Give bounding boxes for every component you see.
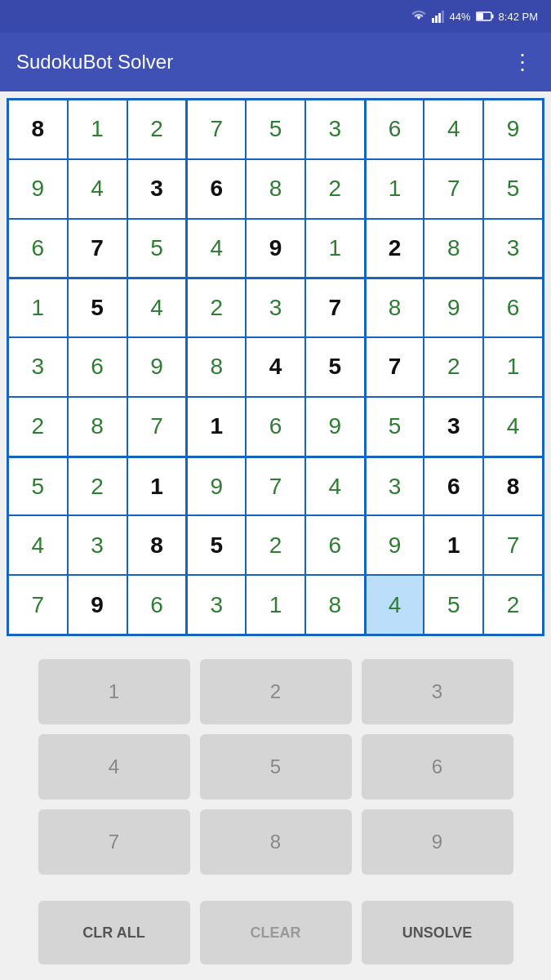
cell-7-1[interactable]: 3 bbox=[68, 515, 127, 575]
cell-0-0[interactable]: 8 bbox=[8, 100, 68, 159]
num-button-3[interactable]: 3 bbox=[362, 659, 513, 724]
num-button-1[interactable]: 1 bbox=[38, 659, 190, 724]
cell-0-8[interactable]: 9 bbox=[483, 100, 543, 159]
cell-7-8[interactable]: 7 bbox=[483, 515, 543, 575]
cell-2-4[interactable]: 9 bbox=[246, 219, 305, 278]
cell-5-1[interactable]: 8 bbox=[68, 397, 127, 457]
cell-8-4[interactable]: 1 bbox=[246, 575, 305, 635]
cell-7-2[interactable]: 8 bbox=[127, 515, 187, 575]
status-icons: 44% 8:42 PM bbox=[411, 10, 538, 23]
cell-1-7[interactable]: 7 bbox=[424, 159, 483, 219]
cell-8-8[interactable]: 2 bbox=[483, 575, 543, 635]
cell-3-8[interactable]: 6 bbox=[483, 278, 543, 337]
cell-6-7[interactable]: 6 bbox=[424, 457, 483, 516]
num-button-4[interactable]: 4 bbox=[38, 734, 190, 800]
cell-7-7[interactable]: 1 bbox=[424, 515, 483, 575]
cell-2-5[interactable]: 1 bbox=[305, 219, 365, 278]
cell-4-1[interactable]: 6 bbox=[68, 337, 127, 397]
unsolve-button[interactable]: UNSOLVE bbox=[362, 901, 513, 964]
cell-1-1[interactable]: 4 bbox=[68, 159, 127, 219]
signal-icon bbox=[432, 10, 445, 23]
overflow-menu-button[interactable]: ⋮ bbox=[512, 50, 535, 75]
cell-1-6[interactable]: 1 bbox=[365, 159, 424, 219]
cell-3-6[interactable]: 8 bbox=[365, 278, 424, 337]
cell-6-6[interactable]: 3 bbox=[365, 457, 424, 516]
cell-8-6[interactable]: 4 bbox=[365, 575, 424, 635]
cell-7-3[interactable]: 5 bbox=[186, 515, 246, 575]
cell-2-1[interactable]: 7 bbox=[68, 219, 127, 278]
cell-6-0[interactable]: 5 bbox=[8, 457, 68, 516]
cell-8-7[interactable]: 5 bbox=[424, 575, 483, 635]
cell-4-7[interactable]: 2 bbox=[424, 337, 483, 397]
cell-5-3[interactable]: 1 bbox=[186, 397, 246, 457]
cell-0-6[interactable]: 6 bbox=[365, 100, 424, 159]
cell-7-4[interactable]: 2 bbox=[246, 515, 305, 575]
cell-4-3[interactable]: 8 bbox=[186, 337, 246, 397]
status-bar: 44% 8:42 PM bbox=[0, 0, 551, 33]
num-button-8[interactable]: 8 bbox=[200, 809, 352, 875]
cell-8-2[interactable]: 6 bbox=[127, 575, 187, 635]
clear-button[interactable]: CLEAR bbox=[200, 901, 352, 964]
cell-6-5[interactable]: 4 bbox=[305, 457, 365, 516]
cell-2-8[interactable]: 3 bbox=[483, 219, 543, 278]
cell-8-5[interactable]: 8 bbox=[305, 575, 365, 635]
cell-0-4[interactable]: 5 bbox=[246, 100, 305, 159]
cell-8-0[interactable]: 7 bbox=[8, 575, 68, 635]
numpad-row-1: 1 2 3 bbox=[13, 659, 538, 724]
cell-0-7[interactable]: 4 bbox=[424, 100, 483, 159]
cell-3-4[interactable]: 3 bbox=[246, 278, 305, 337]
cell-6-8[interactable]: 8 bbox=[483, 457, 543, 516]
cell-0-2[interactable]: 2 bbox=[127, 100, 187, 159]
clr-all-button[interactable]: CLR ALL bbox=[38, 901, 190, 964]
cell-1-5[interactable]: 2 bbox=[305, 159, 365, 219]
cell-2-0[interactable]: 6 bbox=[8, 219, 68, 278]
cell-5-2[interactable]: 7 bbox=[127, 397, 187, 457]
cell-6-4[interactable]: 7 bbox=[246, 457, 305, 516]
cell-4-2[interactable]: 9 bbox=[127, 337, 187, 397]
cell-8-1[interactable]: 9 bbox=[68, 575, 127, 635]
cell-7-0[interactable]: 4 bbox=[8, 515, 68, 575]
cell-1-4[interactable]: 8 bbox=[246, 159, 305, 219]
num-button-9[interactable]: 9 bbox=[362, 809, 513, 875]
cell-1-8[interactable]: 5 bbox=[483, 159, 543, 219]
cell-1-2[interactable]: 3 bbox=[127, 159, 187, 219]
cell-0-5[interactable]: 3 bbox=[305, 100, 365, 159]
cell-3-2[interactable]: 4 bbox=[127, 278, 187, 337]
cell-5-4[interactable]: 6 bbox=[246, 397, 305, 457]
cell-6-1[interactable]: 2 bbox=[68, 457, 127, 516]
num-button-7[interactable]: 7 bbox=[38, 809, 190, 875]
cell-8-3[interactable]: 3 bbox=[186, 575, 246, 635]
cell-4-5[interactable]: 5 bbox=[305, 337, 365, 397]
num-button-5[interactable]: 5 bbox=[200, 734, 352, 800]
cell-4-8[interactable]: 1 bbox=[483, 337, 543, 397]
num-button-6[interactable]: 6 bbox=[362, 734, 513, 800]
cell-0-1[interactable]: 1 bbox=[68, 100, 127, 159]
cell-4-0[interactable]: 3 bbox=[8, 337, 68, 397]
cell-1-3[interactable]: 6 bbox=[186, 159, 246, 219]
cell-2-6[interactable]: 2 bbox=[365, 219, 424, 278]
numpad-container: 1 2 3 4 5 6 7 8 9 bbox=[0, 643, 551, 893]
cell-3-5[interactable]: 7 bbox=[305, 278, 365, 337]
cell-4-4[interactable]: 4 bbox=[246, 337, 305, 397]
cell-3-7[interactable]: 9 bbox=[424, 278, 483, 337]
cell-2-3[interactable]: 4 bbox=[186, 219, 246, 278]
cell-2-2[interactable]: 5 bbox=[127, 219, 187, 278]
cell-1-0[interactable]: 9 bbox=[8, 159, 68, 219]
cell-2-7[interactable]: 8 bbox=[424, 219, 483, 278]
cell-5-7[interactable]: 3 bbox=[424, 397, 483, 457]
cell-5-8[interactable]: 4 bbox=[483, 397, 543, 457]
cell-0-3[interactable]: 7 bbox=[186, 100, 246, 159]
num-button-2[interactable]: 2 bbox=[200, 659, 352, 724]
cell-4-6[interactable]: 7 bbox=[365, 337, 424, 397]
cell-6-3[interactable]: 9 bbox=[186, 457, 246, 516]
cell-7-6[interactable]: 9 bbox=[365, 515, 424, 575]
cell-5-5[interactable]: 9 bbox=[305, 397, 365, 457]
cell-5-0[interactable]: 2 bbox=[8, 397, 68, 457]
battery-text: 44% bbox=[450, 11, 471, 23]
cell-3-1[interactable]: 5 bbox=[68, 278, 127, 337]
cell-3-0[interactable]: 1 bbox=[8, 278, 68, 337]
cell-6-2[interactable]: 1 bbox=[127, 457, 187, 516]
cell-3-3[interactable]: 2 bbox=[186, 278, 246, 337]
cell-7-5[interactable]: 6 bbox=[305, 515, 365, 575]
cell-5-6[interactable]: 5 bbox=[365, 397, 424, 457]
